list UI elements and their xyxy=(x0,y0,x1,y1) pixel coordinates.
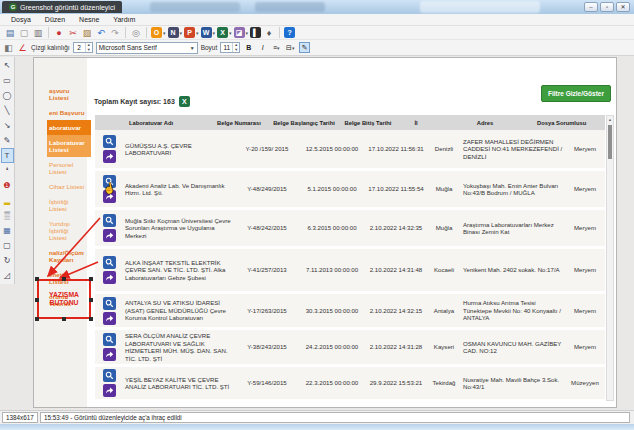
excel-export-icon[interactable]: X xyxy=(179,96,190,107)
export-paint-icon[interactable]: ◪ xyxy=(234,27,245,38)
chevron-down-icon[interactable]: ▾ xyxy=(229,30,232,36)
resize-handle[interactable] xyxy=(89,317,93,321)
cut-icon[interactable]: ✂ xyxy=(67,27,79,39)
line-color-icon[interactable]: ∠ xyxy=(17,43,28,53)
print-icon[interactable]: ▥ xyxy=(32,27,44,39)
new-icon[interactable]: ▢ xyxy=(18,27,30,39)
export-powerpoint-icon[interactable]: P xyxy=(184,27,195,38)
chevron-down-icon[interactable]: ▾ xyxy=(246,30,249,36)
column-header-belge_no[interactable]: Belge Numarası xyxy=(207,120,271,126)
menu-nesne[interactable]: Nesne xyxy=(72,16,106,23)
view-record-icon[interactable] xyxy=(103,369,116,382)
scrollbar-thumb[interactable] xyxy=(608,125,612,159)
view-record-icon[interactable] xyxy=(103,256,116,269)
export-excel-icon[interactable]: X xyxy=(217,27,228,38)
scroll-up-icon[interactable]: ▲ xyxy=(607,116,613,123)
resize-tool-icon[interactable]: ◿ xyxy=(1,268,14,283)
sidebar-item[interactable]: Yurtdışı İşbirliği Listesi xyxy=(34,216,87,245)
export-outlook-icon[interactable]: O xyxy=(151,27,162,38)
resize-handle[interactable] xyxy=(89,277,93,281)
view-record-icon[interactable] xyxy=(103,333,116,346)
table-row[interactable]: SERA ÖLÇÜM ANALİZ ÇEVRE LABORATUVARI VE … xyxy=(95,330,605,364)
stepper-arrows-icon[interactable]: ▲▼ xyxy=(232,43,239,52)
font-size-stepper[interactable]: 11 ▲▼ xyxy=(220,42,240,53)
view-record-icon[interactable] xyxy=(103,135,116,148)
column-header-name[interactable]: Laboratuvar Adı xyxy=(95,120,207,126)
export-onenote-icon[interactable]: N xyxy=(168,27,179,38)
rectangle-tool-icon[interactable]: ▭ xyxy=(1,73,14,88)
view-record-icon[interactable] xyxy=(103,297,116,310)
contrast-icon[interactable]: ▌ xyxy=(250,27,261,38)
sidebar-item[interactable]: Personel Listesi xyxy=(34,157,87,179)
sidebar-item[interactable]: eni Başvuru xyxy=(34,105,87,120)
table-row[interactable]: Akademi Analiz Lab. Ve Danışmanlık Hizm.… xyxy=(95,171,605,207)
maximize-button[interactable]: ▫ xyxy=(600,2,614,12)
sidebar-item[interactable]: İşbirliği Listesi xyxy=(34,194,87,216)
column-header-il[interactable]: İl xyxy=(399,120,433,126)
table-row[interactable]: YEŞİL BEYAZ KALİTE VE ÇEVRE ANALİZ LABOR… xyxy=(95,367,605,399)
view-record-icon[interactable] xyxy=(103,214,116,227)
help-icon[interactable]: ? xyxy=(284,27,295,38)
resize-handle[interactable] xyxy=(35,317,39,321)
crop-tool-icon[interactable]: ▢ xyxy=(1,238,14,253)
forward-record-icon[interactable] xyxy=(103,150,116,163)
resize-handle[interactable] xyxy=(62,317,66,321)
table-row[interactable]: ALKA İNŞAAT TEKSTİL ELEKTRİK ÇEVRE SAN. … xyxy=(95,249,605,291)
align-button[interactable]: ≡▾ xyxy=(271,42,282,53)
close-button[interactable]: ✕ xyxy=(616,2,630,12)
redo-icon[interactable]: ↷ xyxy=(109,27,121,39)
sidebar-item[interactable]: naliz/Ölçüm Kayıtları xyxy=(34,245,87,267)
menu-dosya[interactable]: Dosya xyxy=(4,16,38,23)
column-header-baslangic[interactable]: Belge Başlangıç Tarihi xyxy=(271,120,337,126)
forward-record-icon[interactable] xyxy=(103,229,116,242)
column-header-bitis[interactable]: Belge Bitiş Tarihi xyxy=(337,120,399,126)
filter-toggle-button[interactable]: Filtre Gizle/Göster xyxy=(541,85,611,102)
italic-button[interactable]: I xyxy=(257,42,268,53)
export-word-icon[interactable]: W xyxy=(201,27,212,38)
resize-handle[interactable] xyxy=(62,277,66,281)
chevron-down-icon[interactable]: ▾ xyxy=(180,30,183,36)
effects-icon[interactable]: ♦ xyxy=(263,27,275,39)
table-row[interactable]: ANTALYA SU VE ATIKSU İDARESİ (ASAT) GENE… xyxy=(95,294,605,327)
chevron-down-icon[interactable]: ▾ xyxy=(163,30,166,36)
table-scrollbar[interactable]: ▲ xyxy=(606,115,614,401)
chevron-down-icon[interactable]: ▾ xyxy=(213,30,216,36)
obfuscate-tool-icon[interactable]: ▒ xyxy=(1,208,14,223)
undo-icon[interactable]: ↶ xyxy=(95,27,107,39)
forward-record-icon[interactable] xyxy=(103,271,116,284)
stepper-arrows-icon[interactable]: ▲▼ xyxy=(85,43,92,52)
sidebar-item[interactable]: aboratuvar xyxy=(47,120,91,135)
resize-handle[interactable] xyxy=(35,277,39,281)
column-header-sorumlu[interactable]: Dosya Sorumlusu xyxy=(537,120,577,126)
line-tool-icon[interactable]: ╲ xyxy=(1,103,14,118)
table-row[interactable]: Muğla Sıtkı Koçman Üniversitesi Çevre So… xyxy=(95,210,605,246)
minimize-button[interactable]: – xyxy=(584,2,598,12)
menu-yardım[interactable]: Yardım xyxy=(106,16,142,23)
paste-icon[interactable]: ▨ xyxy=(81,27,93,39)
highlight-tool-icon[interactable]: ▂ xyxy=(1,193,14,208)
sidebar-item[interactable]: aşvuru Listesi xyxy=(34,83,87,105)
fill-color-icon[interactable]: ◧ xyxy=(3,43,14,53)
cursor-tool-icon[interactable]: ↖ xyxy=(1,58,14,73)
table-row[interactable]: GÜMÜŞSU A.Ş. ÇEVRE LABORATUVARIY-20 /159… xyxy=(95,130,605,168)
chevron-down-icon[interactable]: ▾ xyxy=(196,30,199,36)
resize-handle[interactable] xyxy=(35,298,39,302)
settings-icon[interactable]: ◎ xyxy=(130,27,142,39)
ellipse-tool-icon[interactable]: ◯ xyxy=(1,88,14,103)
forward-record-icon[interactable] xyxy=(103,348,116,361)
text-tool-icon[interactable]: T xyxy=(1,148,14,163)
sidebar-item[interactable]: Cihaz Listesi xyxy=(34,179,87,194)
sidebar-item[interactable]: Laboratuvar Listesi xyxy=(47,135,91,157)
edit-toggle-button[interactable]: ✎ xyxy=(299,42,310,53)
menu-düzen[interactable]: Düzen xyxy=(38,16,72,23)
column-header-adres[interactable]: Adres xyxy=(433,120,537,126)
rotate-tool-icon[interactable]: ↻ xyxy=(1,253,14,268)
delete-icon[interactable]: ● xyxy=(53,27,65,39)
forward-record-icon[interactable] xyxy=(103,312,116,325)
freehand-tool-icon[interactable]: ✎ xyxy=(1,133,14,148)
valign-button[interactable]: ⊟▾ xyxy=(285,42,296,53)
arrow-tool-icon[interactable]: ↘ xyxy=(1,118,14,133)
speechbubble-tool-icon[interactable]: ❛ xyxy=(1,163,14,178)
resize-handle[interactable] xyxy=(89,298,93,302)
image-tool-icon[interactable]: ▦ xyxy=(1,223,14,238)
